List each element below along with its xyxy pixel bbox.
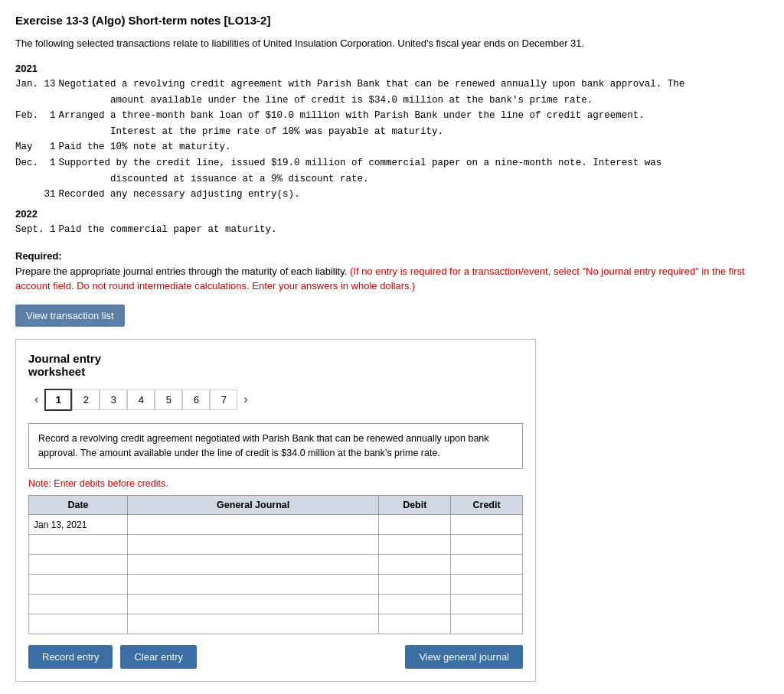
tab-4[interactable]: 4 [127,389,155,410]
row2-date-input[interactable] [29,535,127,554]
row5-debit-cell[interactable] [379,595,451,614]
row4-date-cell[interactable] [29,575,128,595]
row6-credit-input[interactable] [451,614,522,634]
transaction-may1: May 1 Paid the 10% note at maturity. [15,139,684,155]
row6-gj-cell[interactable] [128,614,379,634]
note-text: Note: Enter debits before credits. [28,478,523,489]
worksheet-description: Record a revolving credit agreement nego… [28,423,523,470]
row6-date-input[interactable] [29,614,127,634]
row3-date-input[interactable] [29,555,127,574]
table-row [29,614,523,634]
row2-date-cell[interactable] [29,535,128,555]
required-label: Required: [15,250,62,262]
journal-table: Date General Journal Debit Credit Jan 13… [28,495,523,634]
row2-debit-cell[interactable] [379,535,451,555]
row4-debit-input[interactable] [379,575,450,594]
transaction-jan13: Jan. 13 Negotiated a revolving credit ag… [15,77,684,108]
tabs-row: ‹ 1 2 3 4 5 6 7 › [28,389,523,411]
transaction-dec31: 31 Recorded any necessary adjusting entr… [15,187,684,203]
row2-debit-input[interactable] [379,535,450,554]
required-instruction: Prepare the appropriate journal entries … [15,266,347,277]
row3-date-cell[interactable] [29,555,128,575]
tab-next-arrow[interactable]: › [237,389,253,409]
row4-debit-cell[interactable] [379,575,451,595]
row6-debit-cell[interactable] [379,614,451,634]
row4-gj-input[interactable] [128,575,378,594]
row1-gj-input[interactable] [128,515,378,534]
row3-gj-cell[interactable] [128,555,379,575]
row5-gj-cell[interactable] [128,595,379,614]
row6-gj-input[interactable] [128,614,378,634]
tab-2[interactable]: 2 [72,389,100,410]
row5-credit-input[interactable] [451,595,522,614]
row5-debit-input[interactable] [379,595,450,614]
row1-gj-cell[interactable] [128,515,379,535]
intro-text: The following selected transactions rela… [15,36,769,51]
table-row [29,535,523,555]
row1-credit-input[interactable] [451,515,522,534]
tab-1[interactable]: 1 [44,389,72,411]
col-header-debit: Debit [379,496,451,515]
year-2022-label: 2022 [15,206,769,222]
col-header-date: Date [29,496,128,515]
row2-credit-cell[interactable] [451,535,523,555]
tab-6[interactable]: 6 [182,389,210,410]
row6-debit-input[interactable] [379,614,450,634]
col-header-credit: Credit [451,496,523,515]
row5-gj-input[interactable] [128,595,378,614]
transaction-sept1: Sept. 1 Paid the commercial paper at mat… [15,222,277,238]
row4-credit-cell[interactable] [451,575,523,595]
page-title: Exercise 13-3 (Algo) Short-term notes [L… [15,14,769,27]
row6-date-cell[interactable] [29,614,128,634]
tab-3[interactable]: 3 [100,389,127,410]
table-row: Jan 13, 2021 [29,515,523,535]
worksheet-title: Journal entry worksheet [28,352,523,378]
table-row [29,595,523,614]
row2-gj-cell[interactable] [128,535,379,555]
table-row [29,555,523,575]
row3-credit-cell[interactable] [451,555,523,575]
row5-date-input[interactable] [29,595,127,614]
row3-debit-cell[interactable] [379,555,451,575]
row6-credit-cell[interactable] [451,614,523,634]
tab-prev-arrow[interactable]: ‹ [28,389,44,409]
row3-gj-input[interactable] [128,555,378,574]
row2-credit-input[interactable] [451,535,522,554]
row2-gj-input[interactable] [128,535,378,554]
transaction-feb1: Feb. 1 Arranged a three-month bank loan … [15,108,684,139]
worksheet-container: Journal entry worksheet ‹ 1 2 3 4 5 6 7 … [15,339,536,683]
transactions-section: 2021 Jan. 13 Negotiated a revolving cred… [15,60,769,239]
row4-date-input[interactable] [29,575,127,594]
tab-5[interactable]: 5 [155,389,182,410]
year-2021-label: 2021 [15,60,769,77]
row1-date: Jan 13, 2021 [29,515,128,535]
row1-debit-input[interactable] [379,515,450,534]
tab-7[interactable]: 7 [210,389,237,410]
table-row [29,575,523,595]
transaction-dec1: Dec. 1 Supported by the credit line, iss… [15,155,684,187]
view-general-journal-button[interactable]: View general journal [405,645,523,669]
required-section: Required: Prepare the appropriate journa… [15,249,769,294]
row4-gj-cell[interactable] [128,575,379,595]
row5-credit-cell[interactable] [451,595,523,614]
row4-credit-input[interactable] [451,575,522,594]
row1-credit-cell[interactable] [451,515,523,535]
view-transaction-button[interactable]: View transaction list [15,305,125,327]
buttons-row: Record entry Clear entry View general jo… [28,645,523,669]
col-header-gj: General Journal [128,496,379,515]
record-entry-button[interactable]: Record entry [28,645,113,669]
row1-debit-cell[interactable] [379,515,451,535]
row3-debit-input[interactable] [379,555,450,574]
clear-entry-button[interactable]: Clear entry [120,645,197,669]
row5-date-cell[interactable] [29,595,128,614]
row3-credit-input[interactable] [451,555,522,574]
